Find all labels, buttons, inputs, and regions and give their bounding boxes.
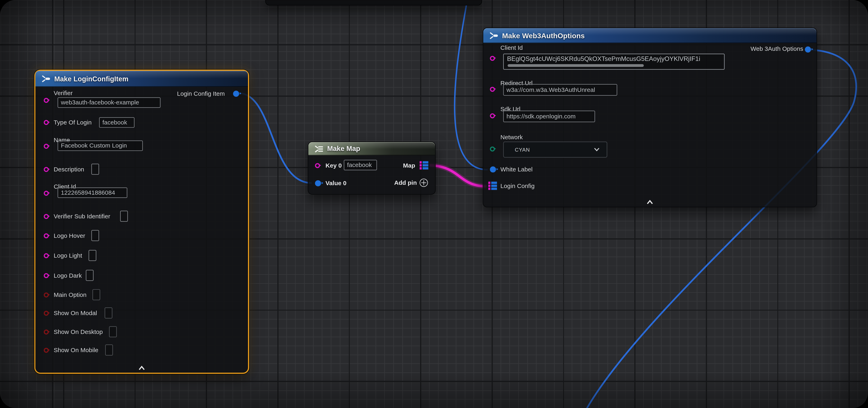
pin-label-client-id: Client Id [500, 44, 523, 51]
node-header[interactable]: Make Map [308, 142, 435, 156]
pin-white-label[interactable] [490, 166, 496, 172]
pin-label-show-on-desktop: Show On Desktop [54, 329, 103, 335]
pin-login-config[interactable] [488, 181, 497, 190]
logo-dark-input[interactable] [86, 270, 93, 281]
pin-label-white-label: White Label [500, 166, 533, 173]
redirect-url-input[interactable]: w3a://com.w3a.Web3AuthUnreal [503, 84, 617, 96]
pin-key0[interactable] [315, 163, 320, 168]
logo-light-input[interactable] [89, 250, 96, 261]
client-id-scrollbar[interactable] [507, 64, 644, 67]
node-title: Make Map [327, 145, 360, 152]
pin-value0[interactable] [315, 180, 321, 186]
make-map-icon [314, 145, 323, 152]
make-struct-icon [489, 32, 498, 39]
pin-main-option[interactable] [44, 293, 49, 298]
description-input[interactable] [91, 164, 99, 175]
logo-hover-input[interactable] [91, 230, 99, 241]
chevron-up-icon [647, 200, 653, 205]
pin-label-description: Description [54, 166, 84, 173]
show-on-desktop-checkbox[interactable] [109, 326, 117, 337]
pin-verifier[interactable] [44, 98, 49, 103]
pin-network[interactable] [490, 146, 495, 151]
pin-label-network: Network [500, 134, 523, 140]
chevron-up-icon [138, 366, 145, 371]
node-make-web3authoptions[interactable]: Make Web3AuthOptions Client Id BEglQSgt4… [483, 28, 817, 207]
pin-label-verifier: Verifier [54, 90, 73, 96]
node-make-loginconfigitem[interactable]: Make LoginConfigItem Verifier web3auth-f… [34, 70, 249, 374]
name-input[interactable]: Facebook Custom Login [58, 140, 143, 151]
node-title: Make Web3AuthOptions [502, 32, 585, 40]
node-header[interactable]: Make Web3AuthOptions [483, 28, 816, 43]
client-id-input[interactable]: BEglQSgt4cUWcj6SKRdu5QkOXTsePmMcusG5EAoy… [503, 54, 724, 69]
pin-show-on-modal[interactable] [44, 311, 49, 316]
verifier-input[interactable]: web3auth-facebook-example [58, 97, 160, 107]
pin-label-value0: Value 0 [326, 180, 346, 186]
type-of-login-input[interactable]: facebook [99, 117, 134, 128]
pin-logo-dark[interactable] [44, 273, 49, 278]
network-selected-value: CYAN [515, 142, 530, 157]
client-id-input[interactable]: 1222658941886084 [58, 188, 127, 198]
pin-label-web3auth-options-out: Web 3Auth Options [750, 45, 803, 52]
pin-show-on-mobile[interactable] [44, 348, 49, 353]
pin-label-map-out: Map [403, 162, 415, 169]
pin-client-id[interactable] [44, 191, 49, 196]
pin-name[interactable] [44, 144, 49, 149]
pin-logo-light[interactable] [44, 253, 49, 258]
network-dropdown[interactable]: CYAN [503, 141, 607, 158]
pin-label-login-config-item: Login Config Item [177, 90, 225, 97]
node-make-map[interactable]: Make Map Key 0 facebook Map Value 0 Add … [308, 141, 436, 195]
pin-map-out[interactable] [420, 161, 429, 170]
pin-web3auth-options-out[interactable] [805, 46, 811, 52]
key0-input[interactable]: facebook [344, 160, 377, 170]
show-on-mobile-checkbox[interactable] [105, 344, 113, 355]
pin-label-type-of-login: Type Of Login [54, 119, 92, 126]
pin-label-show-on-mobile: Show On Mobile [54, 347, 98, 353]
pin-logo-hover[interactable] [44, 233, 49, 238]
add-pin-label: Add pin [394, 179, 417, 186]
pin-label-login-config: Login Config [500, 182, 535, 189]
main-option-checkbox[interactable] [92, 289, 100, 300]
make-struct-icon [41, 75, 51, 82]
pin-label-show-on-modal: Show On Modal [54, 310, 97, 316]
node-offscreen-top[interactable] [265, 0, 482, 5]
pin-redirect-url[interactable] [490, 87, 495, 92]
collapse-node-button[interactable] [647, 197, 653, 207]
pin-type-of-login[interactable] [44, 120, 49, 125]
pin-label-key0: Key 0 [326, 162, 342, 169]
blueprint-graph-canvas[interactable]: Make LoginConfigItem Verifier web3auth-f… [0, 0, 868, 408]
verifier-sub-identifier-input[interactable] [120, 211, 128, 222]
pin-sdk-url[interactable] [490, 113, 495, 118]
pin-label-verifier-sub-identifier: Verifier Sub Identifier [54, 213, 110, 219]
pin-show-on-desktop[interactable] [44, 330, 49, 335]
pin-label-logo-dark: Logo Dark [54, 272, 82, 279]
chevron-down-icon [594, 147, 599, 151]
sdk-url-input[interactable]: https://sdk.openlogin.com [503, 110, 595, 122]
pin-description[interactable] [44, 167, 49, 172]
node-header[interactable]: Make LoginConfigItem [35, 71, 248, 87]
pin-verifier-sub-identifier[interactable] [44, 214, 49, 219]
node-title: Make LoginConfigItem [54, 75, 128, 82]
pin-login-config-item-out[interactable] [233, 91, 239, 97]
add-pin-button[interactable] [420, 178, 428, 187]
pin-label-main-option: Main Option [54, 292, 87, 298]
pin-label-logo-hover: Logo Hover [54, 232, 85, 239]
pin-client-id[interactable] [490, 56, 495, 61]
wire-login-config-item-to-value0[interactable] [239, 93, 312, 183]
pin-label-logo-light: Logo Light [54, 252, 82, 259]
show-on-modal-checkbox[interactable] [104, 307, 112, 318]
collapse-node-button[interactable] [138, 363, 145, 373]
